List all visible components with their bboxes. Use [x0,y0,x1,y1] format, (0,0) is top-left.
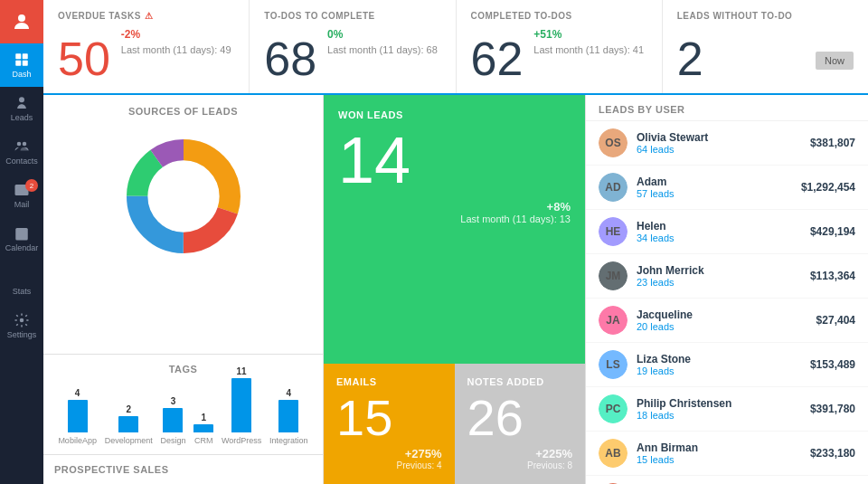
user-value: $429,194 [810,225,855,238]
sidebar-item-dash[interactable]: Dash [0,43,43,87]
svg-point-7 [23,142,27,147]
user-avatar-img: JM [599,261,627,290]
completed-number: 62 [471,35,524,82]
svg-rect-9 [15,228,28,241]
svg-point-10 [20,318,24,323]
user-row[interactable]: JA Jacqueline 20 leads $27,404 [586,299,868,343]
user-info: Liza Stone 19 leads [637,353,801,376]
completed-card: COMPLETED TO-DOS 62 +51% Last month (11 … [457,0,663,93]
emails-title: EMAILS [336,376,442,387]
won-leads-card: WON LEADS 14 +8% Last month (11 days): 1… [324,95,585,364]
tag-bar [278,400,298,432]
donut-chart [54,124,312,269]
tag-label: Design [160,436,185,445]
user-avatar-img: PC [599,394,627,423]
user-name: John Merrick [637,264,801,277]
user-avatar-img: JA [599,306,627,335]
user-leads-count: 19 leads [637,365,801,376]
now-button[interactable]: Now [816,52,854,70]
svg-rect-1 [15,53,21,59]
user-row[interactable]: AB Ann Birman 15 leads $233,180 [586,432,868,476]
tag-count: 4 [75,388,80,398]
tag-bar [163,408,183,432]
stats-row: OVERDUE TASKS ⚠ 50 -2% Last month (11 da… [43,0,868,95]
overdue-label: OVERDUE TASKS ⚠ [58,11,234,21]
user-info: Helen 34 leads [637,220,801,243]
tag-bar-group: 4 Integration [269,388,308,445]
user-leads-count: 57 leads [637,188,792,199]
tag-count: 2 [126,404,131,414]
tag-count: 11 [237,366,247,376]
tag-bar [118,416,138,432]
tag-bar [68,400,88,432]
tag-label: Development [105,436,153,445]
completed-label: COMPLETED TO-DOS [471,11,647,21]
user-row[interactable]: KY Kate Young 12 leads $89,755 [586,476,868,484]
overdue-card: OVERDUE TASKS ⚠ 50 -2% Last month (11 da… [43,0,250,93]
main-content: OVERDUE TASKS ⚠ 50 -2% Last month (11 da… [43,0,868,484]
completed-change: +51% [533,28,644,41]
leads-no-todo-card: LEADS WITHOUT TO-DO 2 Now [663,0,868,93]
prospective-section: PROSPECTIVE SALES [43,454,323,484]
user-avatar[interactable] [0,0,43,43]
svg-point-6 [17,142,22,147]
svg-rect-2 [23,53,28,59]
leads-by-user-panel: LEADS BY USER OS Olivia Stewart 64 leads… [586,95,868,484]
notes-change: +225% [535,447,572,460]
overdue-sub: Last month (11 days): 49 [121,44,231,55]
tags-chart: 4 MobileApp 2 Development 3 Design 1 CRM… [54,382,312,445]
emails-change: +275% [405,447,442,460]
todos-label: TO-DOS TO COMPLETE [264,11,440,21]
user-info: John Merrick 23 leads [637,264,801,288]
sidebar-item-settings[interactable]: Settings [0,304,43,347]
user-avatar-img: LS [599,350,627,379]
user-value: $153,489 [810,358,855,371]
user-row[interactable]: PC Philip Christensen 18 leads $391,780 [586,387,868,432]
todos-sub: Last month (11 days): 68 [327,44,438,55]
overdue-number: 50 [58,35,110,82]
tag-label: WordPress [222,436,261,445]
center-panel: WON LEADS 14 +8% Last month (11 days): 1… [324,95,586,484]
tag-bar-group: 1 CRM [193,413,213,445]
sidebar-label-dash: Dash [12,70,31,79]
sidebar-item-mail[interactable]: 2 Mail [0,174,43,217]
sidebar-item-contacts[interactable]: Contacts [0,130,43,174]
user-name: Jacqueline [637,308,807,321]
prospective-title: PROSPECTIVE SALES [54,464,312,475]
sidebar-label-mail: Mail [14,200,30,209]
svg-rect-3 [15,61,21,66]
users-list: OS Olivia Stewart 64 leads $381,807 AD A… [586,121,868,484]
user-row[interactable]: AD Adam 57 leads $1,292,454 [586,166,868,210]
sidebar-item-stats[interactable]: Stats [0,261,43,304]
warning-icon: ⚠ [145,11,154,21]
notes-title: NOTES ADDED [467,376,573,387]
sidebar-label-contacts: Contacts [5,157,38,166]
tag-bar [193,424,213,432]
tag-count: 1 [201,413,206,422]
leads-no-todo-label: LEADS WITHOUT TO-DO [677,11,854,21]
won-leads-number: 14 [338,128,571,193]
sidebar-label-stats: Stats [13,287,32,296]
tag-bar-group: 2 Development [105,404,153,445]
mail-badge: 2 [25,179,38,192]
sidebar-item-calendar[interactable]: Calendar [0,217,43,261]
won-leads-title: WON LEADS [338,109,571,120]
user-row[interactable]: LS Liza Stone 19 leads $153,489 [586,343,868,387]
user-value: $113,364 [810,270,855,282]
won-leads-sub: +8% Last month (11 days): 13 [338,200,571,224]
user-leads-count: 23 leads [637,277,801,288]
user-name: Olivia Stewart [637,131,801,144]
user-leads-count: 64 leads [637,144,801,155]
won-leads-change: +8% [547,200,571,214]
user-value: $233,180 [810,447,855,460]
user-avatar-img: AB [599,439,627,468]
user-row[interactable]: HE Helen 34 leads $429,194 [586,210,868,254]
user-row[interactable]: JM John Merrick 23 leads $113,364 [586,254,868,299]
user-row[interactable]: OS Olivia Stewart 64 leads $381,807 [586,121,868,166]
completed-sub: Last month (11 days): 41 [533,44,644,55]
sidebar-item-leads[interactable]: Leads [0,87,43,130]
user-info: Philip Christensen 18 leads [637,397,801,421]
notes-number: 26 [467,393,573,443]
tag-count: 3 [171,396,176,406]
tag-label: MobileApp [58,436,97,445]
